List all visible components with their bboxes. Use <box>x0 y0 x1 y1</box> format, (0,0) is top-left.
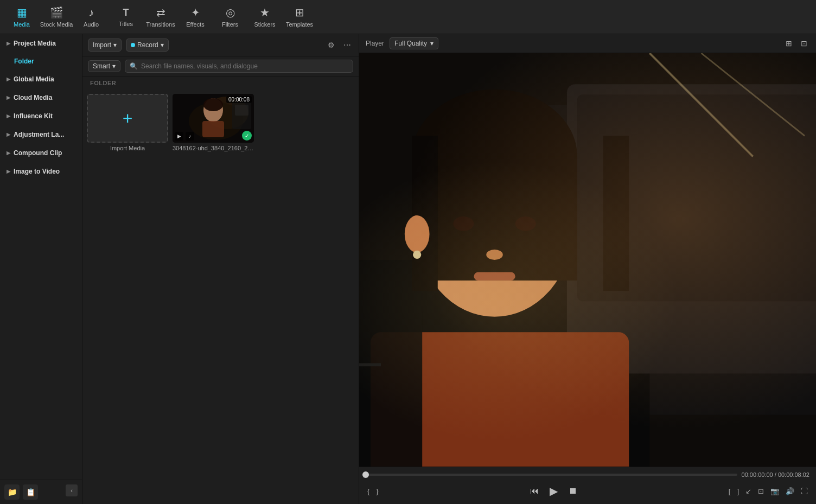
search-icon: 🔍 <box>130 62 138 70</box>
player-right-controls: [ ] ↙ ⊡ 📷 🔊 ⛶ <box>727 486 809 497</box>
sidebar-compound-clip-header[interactable]: ▶ Compound Clip <box>0 144 82 162</box>
svg-rect-4 <box>202 121 224 137</box>
player-prev-btn[interactable]: ⏮ <box>528 484 541 498</box>
import-media-label: Import Media <box>110 145 145 151</box>
video-overlay <box>359 53 816 467</box>
svg-rect-7 <box>235 105 248 116</box>
effects-icon: ✦ <box>191 6 200 19</box>
top-toolbar: ▦ Media 🎬 Stock Media ♪ Audio T Titles ⇄… <box>0 0 816 34</box>
media-panel: Import ▾ Record ▾ ⚙ ⋯ Smart ▾ 🔍 F <box>82 34 359 504</box>
folder-section-label: FOLDER <box>82 76 359 90</box>
sidebar-cloud-media-header[interactable]: ▶ Cloud Media <box>0 88 82 107</box>
sidebar-expand-arrow: ▶ <box>7 41 10 46</box>
clip-name: 3048162-uhd_3840_2160_24fps <box>173 145 254 151</box>
sidebar-global-label: Global Media <box>14 75 54 83</box>
filter-btn[interactable]: ⚙ <box>326 40 337 50</box>
sidebar-image-to-video-header[interactable]: ▶ Image to Video <box>0 162 82 181</box>
player-video <box>359 53 816 467</box>
toolbar-filters-label: Filters <box>222 21 238 28</box>
toolbar-stock-media[interactable]: 🎬 Stock Media <box>39 2 74 32</box>
clip-thumb-icons: ▶ ♪ <box>175 132 194 141</box>
player-stop-btn[interactable]: ⏹ <box>566 484 579 498</box>
media-toolbar-right: ⚙ ⋯ <box>326 40 353 50</box>
player-fullscreen-btn[interactable]: ⛶ <box>799 486 809 497</box>
split-view-btn[interactable]: ⊞ <box>783 38 794 49</box>
toolbar-effects[interactable]: ✦ Effects <box>178 2 213 32</box>
player-export-btn[interactable]: ⊡ <box>756 486 766 497</box>
sidebar-compound-arrow: ▶ <box>7 150 10 156</box>
player-bracket-left[interactable]: [ <box>727 486 732 497</box>
main-layout: ▶ Project Media Folder ▶ Global Media ▶ … <box>0 34 816 504</box>
player-progress-thumb[interactable] <box>362 471 369 478</box>
toolbar-transitions[interactable]: ⇄ Transitions <box>143 2 178 32</box>
sidebar-global-arrow: ▶ <box>7 76 10 82</box>
player-bracket-right[interactable]: ] <box>735 486 741 497</box>
import-thumb[interactable]: + <box>87 94 168 143</box>
new-folder-btn[interactable]: 📁 <box>4 484 20 500</box>
player-panel: Player Full Quality ▾ ⊞ ⊡ <box>359 34 816 504</box>
player-camera-btn[interactable]: 📷 <box>769 486 781 497</box>
toolbar-titles[interactable]: T Titles <box>109 2 143 32</box>
video-clip-thumb[interactable]: 00:00:08 ▶ ♪ ✓ <box>173 94 254 143</box>
player-brace-right-btn[interactable]: } <box>374 486 380 497</box>
stickers-icon: ★ <box>260 6 270 19</box>
sidebar-img2vid-label: Image to Video <box>14 168 60 175</box>
import-dropdown[interactable]: Import ▾ <box>88 39 122 52</box>
sidebar-adjustment-header[interactable]: ▶ Adjustment La... <box>0 125 82 144</box>
smart-label: Smart <box>93 62 110 70</box>
clip-type-icon: ▶ <box>175 132 183 141</box>
toolbar-transitions-label: Transitions <box>146 21 175 28</box>
media-search-bar: Smart ▾ 🔍 <box>82 56 359 76</box>
toolbar-media[interactable]: ▦ Media <box>4 2 39 32</box>
left-sidebar: ▶ Project Media Folder ▶ Global Media ▶ … <box>0 34 82 504</box>
plus-icon: + <box>123 109 133 129</box>
toolbar-stickers[interactable]: ★ Stickers <box>247 2 282 32</box>
sidebar-item-folder[interactable]: Folder <box>2 53 80 69</box>
sidebar-adjustment-label: Adjustment La... <box>14 131 64 138</box>
player-play-btn[interactable]: ▶ <box>547 482 560 500</box>
sidebar-img2vid-arrow: ▶ <box>7 169 10 174</box>
svg-point-5 <box>203 98 223 111</box>
sidebar-project-media-header[interactable]: ▶ Project Media <box>0 34 82 53</box>
sidebar-project-media-label: Project Media <box>14 40 56 47</box>
import-label: Import <box>93 41 111 49</box>
toolbar-stock-label: Stock Media <box>40 21 73 28</box>
search-input[interactable] <box>141 62 348 70</box>
player-brace-left-btn[interactable]: { <box>366 486 371 497</box>
player-left-controls: { } <box>366 486 380 497</box>
player-mark-in[interactable]: ↙ <box>744 486 753 497</box>
player-label: Player <box>366 40 384 47</box>
clip-audio-icon: ♪ <box>186 132 194 141</box>
more-btn[interactable]: ⋯ <box>341 40 353 50</box>
player-settings-btn[interactable]: ⊡ <box>799 38 809 49</box>
sidebar-bottom-bar: 📁 📋 ‹ <box>0 480 82 504</box>
sidebar-influence-label: Influence Kit <box>14 112 53 120</box>
sidebar-cloud-arrow: ▶ <box>7 95 10 100</box>
search-input-wrap[interactable]: 🔍 <box>125 60 353 73</box>
video-clip-item[interactable]: 00:00:08 ▶ ♪ ✓ 3048162-uhd_3840_2160_24f… <box>173 94 254 151</box>
record-dropdown[interactable]: Record ▾ <box>126 39 169 52</box>
add-item-btn[interactable]: 📋 <box>23 484 38 500</box>
player-timeline: 00:00:00:00 / 00:00:08:02 <box>366 471 809 478</box>
sidebar-adjustment-arrow: ▶ <box>7 132 10 137</box>
templates-icon: ⊞ <box>295 6 304 19</box>
toolbar-audio-label: Audio <box>84 21 99 28</box>
sidebar-global-media-header[interactable]: ▶ Global Media <box>0 70 82 88</box>
sidebar-influence-kit-header[interactable]: ▶ Influence Kit <box>0 107 82 125</box>
smart-dropdown[interactable]: Smart ▾ <box>88 60 120 72</box>
import-media-item[interactable]: + Import Media <box>87 94 168 151</box>
player-header-right: ⊞ ⊡ <box>783 38 809 49</box>
toolbar-filters[interactable]: ◎ Filters <box>213 2 247 32</box>
player-volume-btn[interactable]: 🔊 <box>784 486 796 497</box>
stock-media-icon: 🎬 <box>50 6 63 19</box>
quality-select[interactable]: Full Quality ▾ <box>390 37 438 49</box>
toolbar-templates[interactable]: ⊞ Templates <box>282 2 317 32</box>
toolbar-audio[interactable]: ♪ Audio <box>74 2 109 32</box>
collapse-sidebar-btn[interactable]: ‹ <box>66 484 78 496</box>
import-chevron: ▾ <box>113 41 117 49</box>
record-chevron: ▾ <box>161 41 164 49</box>
smart-chevron: ▾ <box>112 62 116 70</box>
toolbar-effects-label: Effects <box>186 21 204 28</box>
player-progress-track[interactable] <box>366 474 737 476</box>
record-label: Record <box>137 41 158 49</box>
